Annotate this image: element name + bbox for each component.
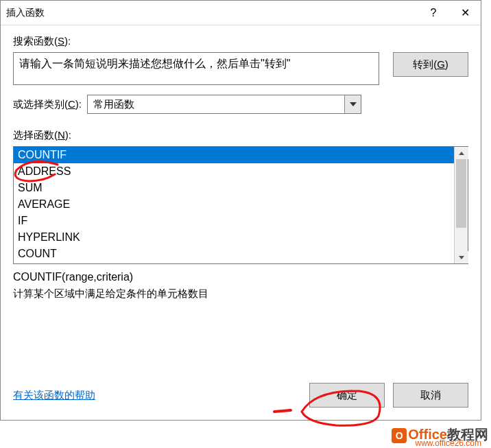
- dialog-footer: 有关该函数的帮助 确定 取消: [1, 376, 481, 420]
- scrollbar-thumb[interactable]: [456, 159, 466, 228]
- list-item[interactable]: COUNTIF: [14, 147, 454, 163]
- watermark: OOffice教程网 www.office26.com: [392, 425, 488, 444]
- insert-function-dialog: 插入函数 ? ✕ 搜索函数(S): 请输入一条简短说明来描述您想做什么，然后单击…: [0, 0, 481, 421]
- ok-button[interactable]: 确定: [309, 383, 385, 408]
- list-item[interactable]: SUM: [14, 180, 454, 196]
- search-label: 搜索函数(S):: [13, 35, 71, 48]
- category-select[interactable]: 常用函数: [87, 95, 361, 114]
- search-input[interactable]: 请输入一条简短说明来描述您想做什么，然后单击"转到": [13, 52, 379, 85]
- list-item[interactable]: COUNT: [14, 246, 454, 262]
- close-button[interactable]: ✕: [449, 2, 481, 24]
- list-item[interactable]: IF: [14, 213, 454, 229]
- watermark-badge-icon: O: [392, 428, 407, 443]
- go-button[interactable]: 转到(G): [393, 52, 468, 77]
- dialog-title: 插入函数: [6, 7, 418, 19]
- chevron-down-icon: [344, 95, 361, 113]
- function-description: 计算某个区域中满足给定条件的单元格数目: [13, 287, 468, 300]
- list-item[interactable]: AVERAGE: [14, 196, 454, 213]
- function-listbox[interactable]: COUNTIFADDRESSSUMAVERAGEIFHYPERLINKCOUNT: [13, 146, 468, 264]
- function-syntax: COUNTIF(range,criteria): [13, 271, 468, 283]
- help-link[interactable]: 有关该函数的帮助: [13, 389, 301, 402]
- help-button[interactable]: ?: [418, 2, 449, 24]
- dialog-body: 搜索函数(S): 请输入一条简短说明来描述您想做什么，然后单击"转到" 转到(G…: [1, 25, 481, 300]
- cancel-button[interactable]: 取消: [393, 383, 468, 408]
- list-item[interactable]: HYPERLINK: [14, 229, 454, 246]
- scroll-down-icon[interactable]: [455, 251, 468, 263]
- category-label: 或选择类别(C):: [13, 98, 82, 111]
- watermark-url: www.office26.com: [416, 438, 482, 448]
- list-item[interactable]: ADDRESS: [14, 163, 454, 180]
- scrollbar[interactable]: [454, 147, 468, 263]
- titlebar: 插入函数 ? ✕: [1, 1, 481, 25]
- scroll-up-icon[interactable]: [455, 147, 468, 159]
- category-value: 常用函数: [88, 98, 344, 111]
- select-function-label: 选择函数(N):: [13, 129, 71, 142]
